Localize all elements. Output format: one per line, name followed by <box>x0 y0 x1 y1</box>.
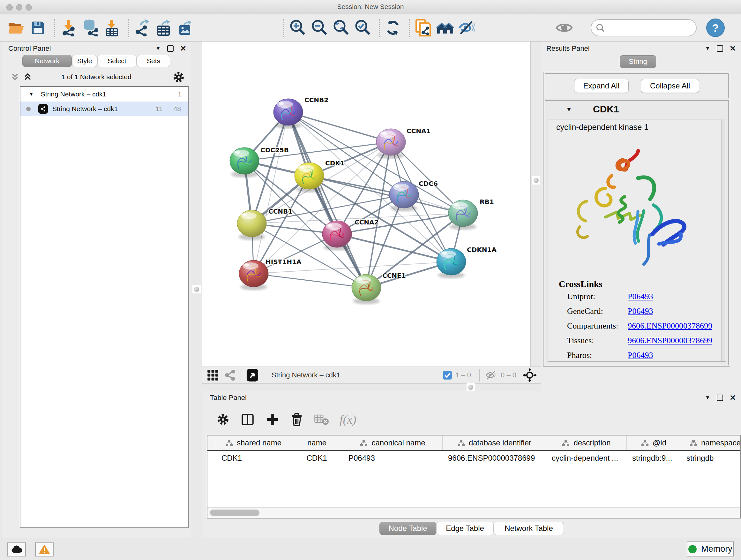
table-cell[interactable]: CDK1 <box>216 454 291 462</box>
network-canvas[interactable]: CCNB2CCNA1CDC25BCDK1CDC6RB1CCNB1CCNA2CDK… <box>202 42 530 367</box>
section-expander-icon[interactable]: ▼ <box>566 106 572 113</box>
column-header--id[interactable]: @id <box>627 435 681 450</box>
splitter-handle[interactable] <box>192 285 201 294</box>
column-header-namespace[interactable]: namespace <box>681 435 741 450</box>
table-row[interactable]: CDK1CDK1P064939606.ENSP00000378699cyclin… <box>207 451 740 465</box>
import-table-button[interactable] <box>103 18 121 38</box>
crosslink-value-link[interactable]: 9606.ENSP00000378699 <box>628 336 712 345</box>
network-node-CCNB1[interactable] <box>237 210 266 240</box>
crosslink-value-link[interactable]: P06493 <box>628 351 653 360</box>
network-row-selected[interactable]: String Network – cdk1 11 48 <box>20 102 188 116</box>
table-cell[interactable]: CDK1 <box>291 454 343 462</box>
memory-button[interactable]: Memory <box>687 542 734 557</box>
birdseye-crosshair-icon[interactable] <box>523 368 537 382</box>
results-panel-collapse-icon[interactable]: ▼ <box>705 45 711 52</box>
search-input[interactable] <box>591 19 697 37</box>
splitter-handle[interactable] <box>467 383 475 391</box>
network-node-RB1[interactable] <box>448 200 478 230</box>
hidden-eye-slash-icon[interactable] <box>485 370 497 380</box>
help-button[interactable]: ? <box>706 18 725 37</box>
results-scrollbar[interactable] <box>721 120 725 361</box>
expand-all-button[interactable]: Expand All <box>574 79 629 93</box>
selected-checkbox-icon[interactable] <box>443 370 452 380</box>
left-splitter[interactable] <box>191 42 203 538</box>
table-cell[interactable]: stringdb <box>681 454 741 462</box>
tree-expander-icon[interactable]: ▼ <box>29 91 34 97</box>
delete-column-trash-icon[interactable] <box>290 413 303 427</box>
control-panel-float-icon[interactable] <box>167 45 174 52</box>
table-cell[interactable]: P06493 <box>343 454 442 462</box>
network-node-CCNB2[interactable] <box>273 99 303 129</box>
copy-network-button[interactable] <box>414 18 432 38</box>
zoom-in-button[interactable] <box>288 18 307 38</box>
save-session-button[interactable] <box>29 18 47 38</box>
table-panel-collapse-icon[interactable]: ▼ <box>705 395 711 401</box>
network-node-CDC25B[interactable] <box>230 147 259 178</box>
network-node-CDKN1A[interactable] <box>436 248 466 278</box>
network-options-gear-icon[interactable] <box>172 71 185 84</box>
zoom-selected-button[interactable] <box>353 18 372 38</box>
import-network-file-button[interactable] <box>59 18 77 38</box>
open-session-button[interactable] <box>7 18 25 38</box>
column-header-description[interactable]: description <box>546 435 627 450</box>
table-cell[interactable]: 9606.ENSP00000378699 <box>442 454 546 462</box>
results-panel-close-icon[interactable]: ✕ <box>730 45 736 52</box>
scrollbar-thumb[interactable] <box>210 509 259 516</box>
detach-view-icon[interactable] <box>246 368 259 382</box>
import-network-database-button[interactable] <box>81 18 99 38</box>
tab-style[interactable]: Style <box>72 55 97 67</box>
table-horizontal-scrollbar[interactable] <box>207 507 740 518</box>
home-button[interactable] <box>435 18 454 38</box>
export-network-button[interactable] <box>133 18 151 38</box>
tab-edge-table[interactable]: Edge Table <box>436 522 494 535</box>
tab-string[interactable]: String <box>620 55 656 68</box>
string-network-graph[interactable]: CCNB2CCNA1CDC25BCDK1CDC6RB1CCNB1CCNA2CDK… <box>202 42 530 367</box>
network-node-CCNE1[interactable] <box>352 274 381 304</box>
tab-node-table[interactable]: Node Table <box>380 522 436 535</box>
table-cell[interactable]: stringdb:9... <box>626 454 681 462</box>
hide-eye-button[interactable] <box>457 18 476 38</box>
tab-network[interactable]: Network <box>22 55 72 67</box>
column-header-database-identifier[interactable]: database identifier <box>443 435 546 450</box>
network-node-CCNA2[interactable] <box>322 221 352 251</box>
results-panel-float-icon[interactable] <box>717 45 723 52</box>
tab-network-table[interactable]: Network Table <box>494 522 564 535</box>
tab-select[interactable]: Select <box>97 55 137 67</box>
crosslink-value-link[interactable]: P06493 <box>628 307 653 316</box>
grid-view-icon[interactable] <box>207 369 219 381</box>
column-header-name[interactable]: name <box>291 435 343 450</box>
tab-sets[interactable]: Sets <box>137 55 170 67</box>
delete-table-icon[interactable] <box>314 413 329 426</box>
splitter-handle[interactable] <box>532 176 540 185</box>
network-node-HIST1H1A[interactable] <box>239 260 268 290</box>
export-table-button[interactable] <box>154 18 173 38</box>
column-header-shared-name[interactable]: shared name <box>216 435 291 450</box>
network-node-CCNA1[interactable] <box>376 129 406 159</box>
crosslink-value-link[interactable]: 9606.ENSP00000378699 <box>628 321 712 330</box>
table-cell[interactable]: cyclin-dependent ... <box>546 454 626 462</box>
network-node-CDC6[interactable] <box>389 181 419 211</box>
network-collection-row[interactable]: ▼ String Network – cdk1 1 <box>20 87 188 102</box>
network-node-CDK1[interactable] <box>294 163 324 192</box>
warning-status-button[interactable] <box>35 543 54 557</box>
zoom-fit-button[interactable] <box>332 18 350 38</box>
function-builder-icon[interactable]: f(x) <box>340 413 356 427</box>
crosslink-value-link[interactable]: P06493 <box>628 292 653 301</box>
refresh-button[interactable] <box>384 18 402 38</box>
right-splitter[interactable] <box>530 42 542 391</box>
show-columns-icon[interactable] <box>241 413 255 427</box>
table-panel-float-icon[interactable] <box>717 395 723 401</box>
network-view-mode-icon[interactable] <box>224 369 235 381</box>
cloud-status-button[interactable] <box>7 543 26 557</box>
add-column-icon[interactable] <box>266 413 280 427</box>
column-header-canonical-name[interactable]: canonical name <box>343 435 443 450</box>
zoom-out-button[interactable] <box>310 18 328 38</box>
gene-section-header[interactable]: ▼ CDK1 <box>545 101 728 119</box>
collapse-all-button[interactable]: Collapse All <box>641 79 699 93</box>
table-settings-gear-icon[interactable] <box>216 413 230 426</box>
control-panel-close-icon[interactable]: ✕ <box>180 45 186 52</box>
table-panel-close-icon[interactable]: ✕ <box>730 394 736 401</box>
show-eye-disabled-button[interactable] <box>555 18 574 38</box>
control-panel-collapse-icon[interactable]: ▼ <box>155 45 161 52</box>
export-image-button[interactable] <box>176 18 195 38</box>
